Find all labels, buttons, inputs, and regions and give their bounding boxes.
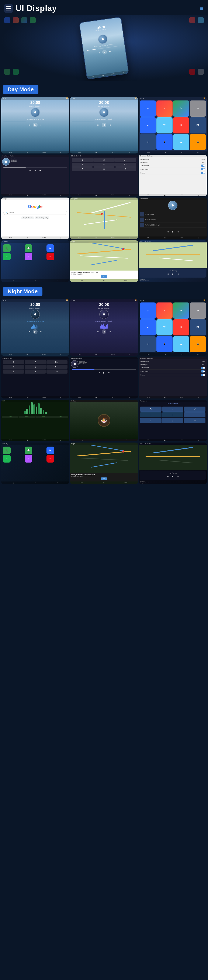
app-g3[interactable]: ☁: [173, 134, 189, 150]
n-key-5[interactable]: 5: [25, 365, 46, 369]
app-nav[interactable]: ➤: [140, 117, 156, 134]
n-cp-spotify[interactable]: ♫: [3, 455, 11, 463]
n-app-waze[interactable]: W: [156, 319, 173, 336]
n-app-telegram[interactable]: ✈: [140, 302, 156, 319]
nav-down[interactable]: ↓: [162, 418, 184, 423]
cp-spotify[interactable]: ♫: [3, 253, 11, 260]
google-search[interactable]: 🔍Search: [3, 211, 67, 215]
n-cp-messages[interactable]: 💬: [25, 447, 32, 454]
auto-answer-toggle[interactable]: [201, 165, 205, 167]
google-lucky-btn[interactable]: I'm Feeling Lucky: [35, 216, 49, 219]
pc-prev-2[interactable]: ⏮: [96, 123, 100, 127]
n-key-8[interactable]: 8: [25, 369, 46, 374]
n-app-g1[interactable]: G: [140, 336, 156, 352]
nav-up-left[interactable]: ↖: [140, 407, 162, 412]
n-app-bt2[interactable]: BT: [190, 319, 206, 336]
n-go-button[interactable]: GO: [101, 477, 107, 480]
key-9[interactable]: 9: [115, 167, 136, 171]
app-settings[interactable]: ⚙: [190, 100, 206, 117]
key-2[interactable]: 2: [93, 158, 114, 162]
app-g1[interactable]: G: [140, 134, 156, 150]
go-button[interactable]: GO: [101, 275, 107, 278]
app-maps[interactable]: 🗺: [173, 100, 189, 117]
n-bt-play[interactable]: ▶: [102, 371, 106, 374]
key-1[interactable]: 1: [72, 158, 93, 162]
key-7[interactable]: 7: [72, 167, 93, 171]
n-np-prev[interactable]: ⏮: [166, 474, 169, 478]
n-cp-podcast[interactable]: 🎙: [25, 455, 32, 463]
app-bt2[interactable]: BT: [190, 117, 206, 134]
n-app-g4[interactable]: 📷: [190, 336, 206, 352]
n-app-bt[interactable]: B: [173, 319, 189, 336]
n-app-music[interactable]: ♪: [156, 302, 173, 319]
cp-maps[interactable]: 🗺: [46, 244, 54, 252]
key-3[interactable]: 3→: [115, 158, 136, 162]
n-np-next[interactable]: ⏭: [176, 474, 180, 478]
eq-preset-3[interactable]: POP: [35, 416, 52, 418]
power-toggle[interactable]: [201, 172, 205, 174]
nav-right[interactable]: →: [184, 412, 205, 417]
n-play-1[interactable]: ▶: [33, 329, 38, 334]
n-next-2[interactable]: ⏭: [108, 330, 112, 333]
n-cp-maps[interactable]: 🗺: [46, 447, 54, 454]
social-prev[interactable]: ⏮: [166, 230, 169, 234]
n-app-nav[interactable]: ➤: [140, 319, 156, 336]
n-key-6[interactable]: 6→: [46, 365, 68, 369]
n-key-7[interactable]: 7: [3, 369, 24, 374]
bt-play[interactable]: ▶: [33, 169, 37, 172]
social-next[interactable]: ⏭: [176, 230, 180, 234]
bt-prev[interactable]: ⏮: [28, 169, 32, 172]
n-power-toggle[interactable]: [201, 374, 205, 376]
app-music[interactable]: ♪: [156, 100, 173, 117]
cp-podcast[interactable]: 🎙: [25, 253, 32, 260]
np-play[interactable]: ▶: [171, 272, 175, 276]
n-key-1[interactable]: 1: [3, 360, 24, 364]
np-prev[interactable]: ⏮: [166, 272, 169, 276]
key-5[interactable]: 5: [93, 162, 114, 167]
play-btn[interactable]: ▶: [102, 49, 107, 55]
google-search-btn[interactable]: Google Search: [21, 216, 34, 219]
social-item-3[interactable]: 华乐_25_抖音音乐 B.mp3: [140, 223, 206, 228]
cp-phone[interactable]: 📞: [3, 244, 11, 252]
cp-netflix[interactable]: N: [46, 253, 54, 260]
social-play[interactable]: ▶: [171, 230, 175, 234]
app-g2[interactable]: 📱: [156, 134, 173, 150]
next-btn[interactable]: ⏭: [108, 49, 112, 53]
n-next-1[interactable]: ⏭: [39, 330, 43, 333]
social-item-1[interactable]: 华乐_时间.mp3: [140, 212, 206, 217]
eq-preset-2[interactable]: ROCK: [19, 416, 35, 418]
n-auto-answer-toggle[interactable]: [201, 367, 205, 369]
app-g4[interactable]: 📷: [190, 134, 206, 150]
pc-prev-1[interactable]: ⏮: [28, 123, 31, 127]
n-auto-connect-toggle[interactable]: [201, 371, 205, 372]
pc-next-2[interactable]: ⏭: [108, 123, 112, 127]
n-app-settings[interactable]: ⚙: [190, 302, 206, 319]
social-item-2[interactable]: 华乐_25_抖音.mp3: [140, 217, 206, 223]
n-bt-prev[interactable]: ⏮: [97, 371, 101, 374]
prev-btn[interactable]: ⏮: [97, 51, 101, 55]
n-app-g3[interactable]: ☁: [173, 336, 189, 352]
n-bt-next[interactable]: ⏭: [107, 371, 111, 374]
n-np-play[interactable]: ▶: [171, 474, 175, 478]
auto-connect-toggle[interactable]: [201, 168, 205, 170]
pc-next-1[interactable]: ⏭: [39, 123, 43, 127]
eq-preset-1[interactable]: BASS: [2, 416, 19, 418]
eq-preset-4[interactable]: JAZZ: [52, 416, 69, 418]
cp-messages[interactable]: 💬: [25, 244, 32, 252]
menu-icon[interactable]: [4, 4, 13, 13]
n-cp-phone[interactable]: 📞: [3, 447, 11, 454]
key-6[interactable]: 6→: [115, 162, 136, 167]
nav-down-right[interactable]: ↘: [184, 418, 205, 423]
key-4[interactable]: 4: [72, 162, 93, 167]
n-key-9[interactable]: 9: [46, 369, 68, 374]
key-8[interactable]: 8: [93, 167, 114, 171]
n-app-g2[interactable]: 📱: [156, 336, 173, 352]
np-next[interactable]: ⏭: [176, 272, 180, 276]
n-prev-1[interactable]: ⏮: [28, 330, 31, 333]
nav-center[interactable]: •: [162, 412, 184, 417]
nav-down-left[interactable]: ↙: [140, 418, 162, 423]
n-key-2[interactable]: 2: [25, 360, 46, 364]
nav-dots[interactable]: ≡: [200, 6, 204, 11]
pc-play-2[interactable]: ⏸: [102, 123, 106, 127]
bt-next[interactable]: ⏭: [39, 169, 42, 172]
